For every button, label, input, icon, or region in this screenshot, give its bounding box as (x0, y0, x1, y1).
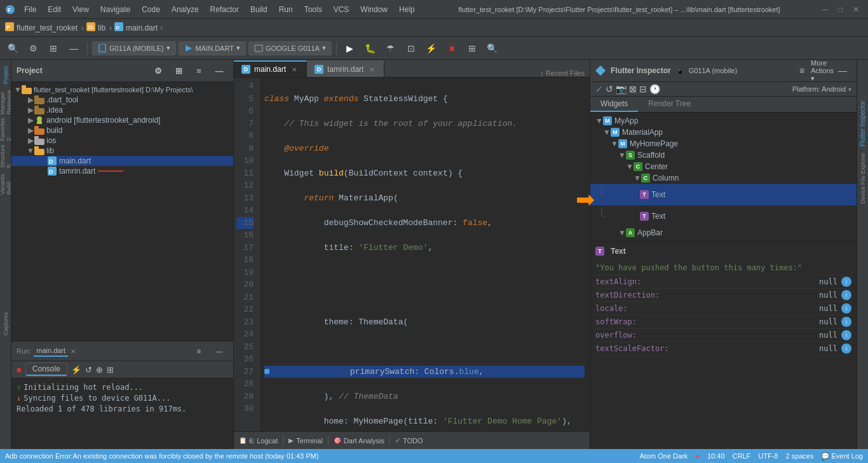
toolbar-close-btn[interactable]: — (65, 40, 83, 57)
insp-time-btn[interactable]: 🕐 (649, 84, 660, 94)
grid-button[interactable]: ⊞ (463, 40, 481, 57)
project-settings-btn[interactable]: ⚙ (149, 62, 167, 79)
reload-btn[interactable]: ↺ (85, 365, 92, 375)
profile-button[interactable]: ⊡ (402, 40, 420, 57)
tab-render-tree[interactable]: Render Tree (638, 97, 701, 112)
prop-textalign-info[interactable]: i (841, 277, 851, 287)
prop-textscale-info[interactable]: i (841, 343, 851, 354)
terminal-tab[interactable]: Terminal (296, 437, 323, 445)
inspector-more-btn[interactable]: More Actions ▾ (813, 62, 831, 79)
search2-button[interactable]: 🔍 (484, 40, 501, 57)
captures-tab[interactable]: Captures (0, 312, 11, 336)
wt-materialapp[interactable]: ▼ M MaterialApp (590, 127, 857, 138)
recent-files-btn[interactable]: ↕ Recent Files (540, 69, 585, 77)
platform-selector[interactable]: Platform: Android ▾ (792, 85, 851, 93)
maximize-button[interactable]: □ (834, 5, 846, 14)
run-tab-close[interactable]: ✕ (71, 348, 76, 355)
tree-main-dart[interactable]: D main.dart (11, 156, 233, 166)
console-tab[interactable]: Console (26, 363, 67, 376)
menu-navigate[interactable]: Navigate (95, 4, 135, 15)
sidebar-variants-icon[interactable]: Build Variants (1, 169, 11, 195)
breadcrumb-lib[interactable]: lib › (98, 24, 112, 32)
prop-overflow-info[interactable]: i (841, 330, 851, 340)
wt-text-2[interactable]: T Text (590, 205, 857, 227)
prop-locale-info[interactable]: i (841, 303, 851, 314)
tab-widgets[interactable]: Widgets (590, 97, 638, 112)
wt-column[interactable]: ▼ C Column (590, 172, 857, 184)
menu-code[interactable]: Code (137, 4, 165, 15)
menu-refactor[interactable]: Refactor (205, 4, 244, 15)
run-config-selector[interactable]: MAIN.DART ▾ (179, 41, 246, 55)
wt-text-1[interactable]: T Text (590, 184, 857, 205)
plus-btn[interactable]: ⊕ (96, 365, 103, 375)
insp-select-btn[interactable]: ⊠ (629, 84, 637, 94)
prop-softwrap-info[interactable]: i (841, 317, 851, 327)
wt-myhomepage[interactable]: ▼ M MyHomePage (590, 138, 857, 149)
menu-tools[interactable]: Tools (299, 4, 327, 15)
tree-idea[interactable]: ▶ .idea (11, 105, 233, 115)
menu-help[interactable]: Help (394, 4, 420, 15)
dart-analysis-tab[interactable]: Dart Analysis (344, 437, 384, 445)
breadcrumb-file[interactable]: main.dart (126, 24, 158, 32)
sidebar-favorites-icon[interactable]: 2: Favorites (1, 116, 11, 141)
insp-refresh-btn[interactable]: ↺ (606, 84, 613, 94)
wt-center[interactable]: ▼ C Center (590, 161, 857, 172)
project-minimize-btn[interactable]: — (210, 62, 228, 79)
sidebar-device-file-explorer[interactable]: Device File Explorer (858, 150, 867, 207)
layout-btn2[interactable]: ⊞ (107, 365, 114, 375)
menu-window[interactable]: Window (355, 4, 393, 15)
tree-lib[interactable]: ▼ lib (11, 146, 233, 156)
run-minimize-btn[interactable]: — (210, 343, 228, 359)
device-selector[interactable]: G011A (MOBILE) ▾ (92, 41, 176, 55)
menu-build[interactable]: Build (245, 4, 273, 15)
toolbar-settings-btn[interactable]: ⚙ (24, 40, 42, 57)
project-expand-btn[interactable]: ⊞ (170, 62, 187, 79)
sidebar-project-icon[interactable]: Project (1, 62, 11, 88)
insp-layout-btn[interactable]: ⊟ (639, 84, 647, 94)
stop-run-btn[interactable]: ■ (17, 365, 22, 375)
wt-myapp[interactable]: ▼ M MyApp (590, 115, 857, 127)
event-log-btn[interactable]: 💬 Event Log (821, 452, 863, 460)
inspector-minimize-btn[interactable]: — (834, 62, 851, 79)
lightning-btn[interactable]: ⚡ (71, 365, 81, 375)
todo-tab[interactable]: TODO (403, 437, 423, 445)
debug-button[interactable]: 🐛 (362, 40, 379, 57)
wt-appbar[interactable]: ▼ A AppBar (590, 227, 857, 238)
menu-view[interactable]: View (67, 4, 94, 15)
toolbar-search-btn[interactable]: 🔍 (4, 40, 22, 57)
run-button[interactable]: ▶ (341, 40, 359, 57)
minimize-button[interactable]: ─ (818, 5, 832, 14)
tree-dart-tool[interactable]: ▶ .dart_tool (11, 95, 233, 105)
tab-tamrin-dart[interactable]: D tamrin.dart ✕ (307, 60, 384, 77)
menu-edit[interactable]: Edit (43, 4, 66, 15)
stop-button[interactable]: ■ (443, 40, 461, 57)
sidebar-structure-icon[interactable]: 5: Structure (1, 142, 11, 168)
project-gear-btn[interactable]: ≡ (190, 62, 208, 79)
prop-textdir-info[interactable]: i (841, 290, 851, 300)
tree-tamrin-dart[interactable]: D tamrin.dart (11, 166, 233, 176)
tree-build[interactable]: ▶ build (11, 125, 233, 135)
inspector-menu-btn[interactable]: ≡ (793, 62, 811, 79)
tree-android[interactable]: ▶ android [fluttertestrooket_android] (11, 115, 233, 125)
toolbar-layout-btn[interactable]: ⊞ (44, 40, 62, 57)
run-menu-btn[interactable]: ≡ (190, 343, 208, 359)
menu-analyze[interactable]: Analyze (166, 4, 204, 15)
sidebar-resource-icon[interactable]: Resource Manager (1, 89, 11, 114)
insp-camera-btn[interactable]: 📷 (616, 84, 627, 94)
coverage-button[interactable]: ☂ (382, 40, 400, 57)
sidebar-flutter-inspector[interactable]: Flutter Inspector (858, 98, 867, 149)
code-editor[interactable]: 4 5 6 7 8 9 10 11 12 13 14 15 16 17 18 1… (234, 78, 590, 431)
target-selector[interactable]: GOOGLE G011A ▾ (248, 41, 332, 55)
hot-reload-button[interactable]: ⚡ (423, 40, 440, 57)
close-button[interactable]: ✕ (849, 5, 863, 14)
tab-main-dart[interactable]: D main.dart ✕ (234, 60, 307, 77)
wt-scaffold[interactable]: ▼ S Scaffold (590, 149, 857, 161)
logcat-tab[interactable]: 6: Logcat (249, 437, 278, 445)
menu-file[interactable]: File (19, 4, 41, 15)
code-content[interactable]: class MyApp extends StatelessWidget { //… (259, 78, 590, 431)
menu-vcs[interactable]: VCS (329, 4, 355, 15)
breadcrumb-project[interactable]: flutter_test_rooket › (17, 24, 84, 32)
insp-check-btn[interactable]: ✓ (595, 84, 603, 94)
tab-main-dart-close[interactable]: ✕ (290, 65, 299, 74)
tree-root[interactable]: ▼ flutter_test_rooket [fluttertestrooket… (11, 85, 233, 95)
